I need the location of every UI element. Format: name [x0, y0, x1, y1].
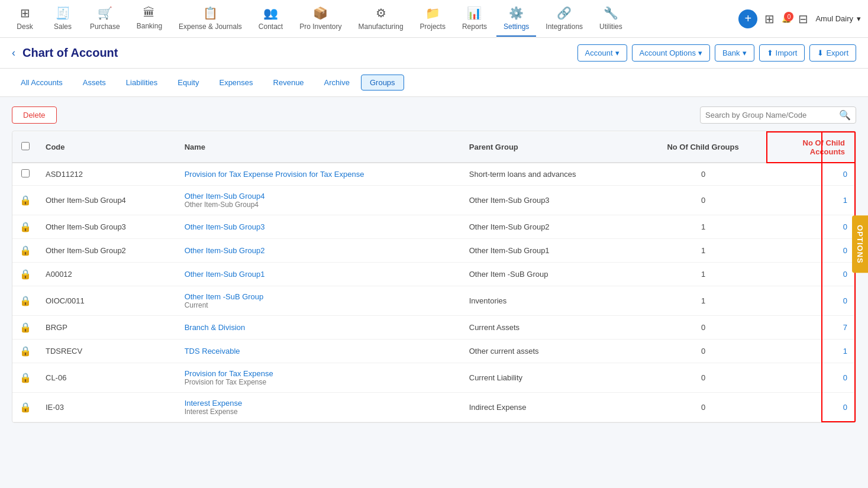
- expense-icon: 📋: [203, 6, 218, 20]
- account-options-button[interactable]: Account Options ▾: [632, 44, 710, 62]
- row-checkbox[interactable]: [21, 169, 30, 177]
- grid-icon[interactable]: ⊞: [764, 12, 775, 26]
- options-sidebar[interactable]: OPTIONS: [852, 215, 868, 273]
- search-box: 🔍: [700, 106, 856, 124]
- table-row: 🔒 Other Item-Sub Group4 Other Item-Sub G…: [12, 186, 855, 215]
- row-parent-group: Other Item -SuB Group: [462, 263, 640, 286]
- lock-icon: 🔒: [20, 296, 31, 306]
- nav-sales[interactable]: 🧾 Sales: [45, 1, 80, 37]
- row-name: Other Item-Sub Group1: [178, 263, 462, 286]
- tab-expenses[interactable]: Expenses: [210, 75, 262, 91]
- table-row: 🔒 TDSRECV TDS Receivable Other current a…: [12, 340, 855, 363]
- nav-projects[interactable]: 📁 Projects: [413, 1, 453, 37]
- nav-integrations[interactable]: 🔗 Integrations: [538, 1, 590, 37]
- row-checkbox-cell: 🔒: [12, 286, 38, 316]
- row-name-link[interactable]: Other Item-Sub Group3: [185, 222, 265, 231]
- row-name-sub: Other Item-Sub Group4: [185, 201, 455, 209]
- back-button[interactable]: ‹: [12, 47, 15, 59]
- row-name: Provision for Tax Expense Provision for …: [178, 163, 462, 186]
- row-name: Other Item-Sub Group4 Other Item-Sub Gro…: [178, 186, 462, 215]
- row-child-accounts: 0: [767, 363, 855, 393]
- row-parent-group: Other current assets: [462, 340, 640, 363]
- col-no-child-accounts: No Of ChildAccounts: [767, 132, 855, 163]
- row-checkbox-cell: 🔒: [12, 340, 38, 363]
- nav-utilities[interactable]: 🔧 Utilities: [592, 1, 630, 37]
- account-button[interactable]: Account ▾: [577, 44, 627, 62]
- nav-reports-label: Reports: [462, 22, 487, 31]
- row-name-link[interactable]: Interest Expense: [185, 399, 455, 408]
- integrations-icon: 🔗: [557, 6, 572, 20]
- nav-contact[interactable]: 👥 Contact: [251, 1, 290, 37]
- row-name-link[interactable]: TDS Receivable: [185, 347, 240, 356]
- row-code: A00012: [38, 263, 178, 286]
- export-button[interactable]: ⬇ Export: [809, 44, 856, 62]
- bank-button[interactable]: Bank ▾: [715, 44, 754, 62]
- user-menu[interactable]: Amul Dairy ▾: [815, 14, 861, 23]
- nav-manufacturing-label: Manufacturing: [359, 22, 404, 31]
- row-name-link[interactable]: Provision for Tax Expense Provision for …: [185, 170, 364, 179]
- row-code: TDSRECV: [38, 340, 178, 363]
- nav-banking[interactable]: 🏛 Banking: [130, 1, 169, 36]
- lock-icon: 🔒: [20, 346, 31, 356]
- banking-icon: 🏛: [143, 6, 155, 20]
- tab-archive[interactable]: Archive: [315, 75, 359, 91]
- nav-utilities-label: Utilities: [599, 22, 622, 31]
- sales-icon: 🧾: [56, 6, 70, 20]
- account-options-label: Account Options: [640, 49, 696, 57]
- nav-expense[interactable]: 📋 Expense & Journals: [172, 1, 249, 37]
- row-name-link[interactable]: Other Item-Sub Group4: [185, 192, 455, 201]
- nav-manufacturing[interactable]: ⚙ Manufacturing: [351, 1, 411, 37]
- nav-purchase-label: Purchase: [90, 22, 120, 31]
- nav-purchase[interactable]: 🛒 Purchase: [83, 1, 127, 37]
- tab-groups[interactable]: Groups: [361, 75, 404, 91]
- row-child-accounts: 0: [767, 239, 855, 263]
- nav-desk[interactable]: ⊞ Desk: [7, 1, 43, 37]
- tab-liabilities[interactable]: Liabilities: [117, 75, 166, 91]
- row-checkbox-cell: 🔒: [12, 239, 38, 263]
- nav-reports[interactable]: 📊 Reports: [455, 1, 494, 37]
- row-name: Other Item-Sub Group3: [178, 215, 462, 239]
- row-parent-group: Other Item-Sub Group2: [462, 215, 640, 239]
- reports-icon: 📊: [467, 6, 482, 20]
- row-parent-group: Short-term loans and advances: [462, 163, 640, 186]
- add-button[interactable]: +: [738, 9, 757, 28]
- table-row: 🔒 IE-03 Interest Expense Interest Expens…: [12, 393, 855, 422]
- col-code: Code: [38, 132, 178, 163]
- apps-icon[interactable]: ⊟: [798, 12, 808, 26]
- nav-proinventory[interactable]: 📦 Pro Inventory: [292, 1, 349, 37]
- row-name-link[interactable]: Other Item -SuB Group: [185, 292, 455, 301]
- tab-assets[interactable]: Assets: [74, 75, 115, 91]
- row-name: Other Item -SuB Group Current: [178, 286, 462, 316]
- notification-badge: 0: [784, 12, 793, 21]
- search-input[interactable]: [705, 111, 835, 119]
- row-checkbox-cell: [12, 163, 38, 186]
- tab-all-accounts[interactable]: All Accounts: [12, 75, 72, 91]
- import-button[interactable]: ⬆ Import: [759, 44, 805, 62]
- tab-equity[interactable]: Equity: [169, 75, 208, 91]
- row-name-link[interactable]: Provision for Tax Expense: [185, 369, 455, 378]
- row-code: ASD11212: [38, 163, 178, 186]
- nav-items: ⊞ Desk 🧾 Sales 🛒 Purchase 🏛 Banking 📋 Ex…: [7, 1, 738, 37]
- row-child-groups: 1: [640, 263, 767, 286]
- notification-button[interactable]: 🔔 0: [782, 14, 791, 23]
- nav-banking-label: Banking: [137, 22, 162, 30]
- delete-button[interactable]: Delete: [12, 106, 57, 124]
- row-name-link[interactable]: Branch & Division: [185, 323, 246, 332]
- header-checkbox-cell: [12, 132, 38, 163]
- select-all-checkbox[interactable]: [21, 142, 30, 150]
- toolbar: Delete 🔍: [12, 106, 856, 124]
- table-body: ASD11212 Provision for Tax Expense Provi…: [12, 163, 855, 422]
- row-name-link[interactable]: Other Item-Sub Group2: [185, 246, 265, 255]
- options-label: OPTIONS: [856, 225, 864, 264]
- nav-settings[interactable]: ⚙️ Settings: [496, 1, 536, 37]
- manufacturing-icon: ⚙: [376, 6, 386, 20]
- contact-icon: 👥: [263, 6, 278, 20]
- row-name-link[interactable]: Other Item-Sub Group1: [185, 270, 265, 279]
- search-icon[interactable]: 🔍: [839, 109, 851, 121]
- lock-icon: 🔒: [20, 402, 31, 412]
- nav-expense-label: Expense & Journals: [179, 22, 242, 31]
- table-row: 🔒 OIOC/0011 Other Item -SuB Group Curren…: [12, 286, 855, 316]
- row-child-groups: 1: [640, 239, 767, 263]
- tab-revenue[interactable]: Revenue: [264, 75, 313, 91]
- account-options-chevron-icon: ▾: [698, 49, 702, 57]
